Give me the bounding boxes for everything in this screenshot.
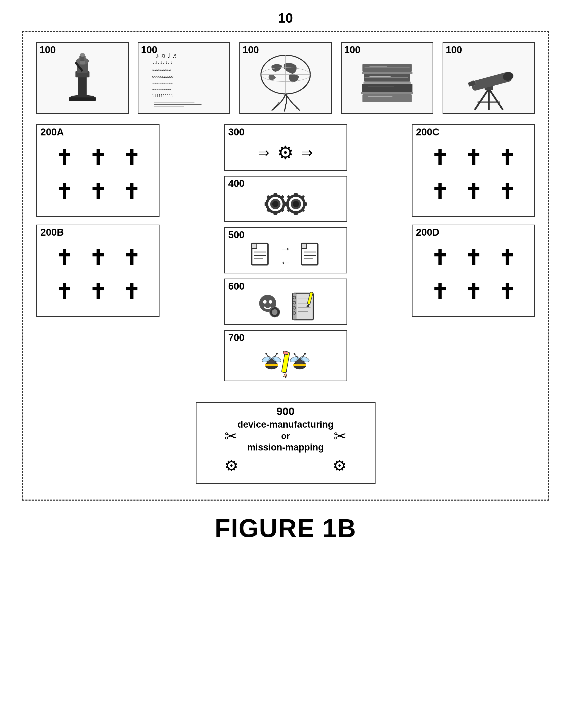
- svg-rect-68: [305, 202, 307, 206]
- bottom-section: 900 ✂ device-manufacturing or mission-ma…: [36, 402, 535, 484]
- svg-rect-67: [285, 202, 287, 206]
- svg-rect-127: [283, 351, 288, 354]
- svg-point-53: [272, 201, 278, 207]
- svg-point-121: [293, 353, 295, 354]
- cross-icon-16: ✝: [431, 180, 448, 204]
- svg-line-41: [475, 89, 489, 110]
- sensor-cross-11: ✝: [84, 277, 112, 306]
- bee-pencil-icon: [234, 340, 337, 381]
- cross-icon-18: ✝: [498, 180, 516, 204]
- box-200D: 200D ✝ ✝ ✝ ✝ ✝ ✝: [412, 225, 535, 317]
- arrows-500: → ←: [280, 242, 291, 269]
- svg-text:≈≈≈≈≈≈≈≈≈: ≈≈≈≈≈≈≈≈≈: [152, 81, 174, 86]
- sensor-grid-200A: ✝ ✝ ✝ ✝ ✝ ✝: [42, 130, 153, 211]
- right-column: 200C ✝ ✝ ✝ ✝ ✝ ✝ 200D ✝ ✝ ✝ ✝ ✝: [412, 124, 535, 317]
- svg-text:≋≋≋≋≋≋≋≋: ≋≋≋≋≋≋≋≋: [152, 68, 171, 72]
- box-500: 500 → ←: [224, 227, 347, 274]
- cross-icon-5: ✝: [89, 180, 106, 204]
- svg-point-112: [265, 353, 267, 354]
- cross-icon-8: ✝: [89, 246, 106, 270]
- left-arrow-icon: ←: [280, 256, 291, 269]
- cross-icon-4: ✝: [55, 180, 73, 204]
- label-100-2: 100: [141, 44, 157, 56]
- cross-icon-1: ✝: [55, 146, 73, 170]
- box-300-content: ⇒ ⚙ ⇒: [230, 131, 341, 164]
- box-400-label: 400: [228, 178, 244, 189]
- arrow-in-icon: ⇒: [258, 145, 269, 161]
- svg-rect-33: [362, 94, 412, 102]
- sensor-cross-5: ✝: [84, 177, 112, 206]
- cross-icon-24: ✝: [498, 280, 516, 304]
- sensor-cross-3: ✝: [117, 143, 146, 172]
- svg-text:llllllllll: llllllllll: [152, 94, 174, 98]
- svg-rect-90: [273, 307, 275, 309]
- cross-icon-6: ✝: [123, 180, 140, 204]
- cross-icon-17: ✝: [465, 180, 482, 204]
- svg-rect-29: [364, 74, 410, 82]
- main-diagram-container: 100 100: [22, 31, 549, 501]
- svg-text:♪ ♫ ♩ ♬: ♪ ♫ ♩ ♬: [156, 52, 177, 59]
- gear-ball-right-icon: ⚙: [333, 457, 346, 475]
- svg-point-114: [276, 353, 278, 354]
- label-100-4: 100: [344, 44, 360, 56]
- box-600: 600: [224, 279, 347, 325]
- arrow-out-icon: ⇒: [302, 145, 313, 161]
- cross-icon-7: ✝: [55, 246, 73, 270]
- sensor-cross-17: ✝: [459, 177, 487, 206]
- svg-rect-30: [363, 82, 411, 84]
- goggles-icon: [239, 189, 332, 219]
- cross-icon-13: ✝: [431, 146, 448, 170]
- sensor-cross-8: ✝: [84, 243, 112, 272]
- box-200C-label: 200C: [416, 127, 440, 138]
- sensor-cross-9: ✝: [117, 243, 146, 272]
- svg-rect-54: [264, 202, 267, 206]
- cross-icon-20: ✝: [465, 246, 482, 270]
- svg-rect-56: [273, 193, 277, 195]
- box-900-text: device-manufacturing or mission-mapping: [237, 419, 333, 453]
- sensor-cross-10: ✝: [50, 277, 78, 306]
- box-200B-label: 200B: [40, 227, 64, 238]
- svg-rect-9: [69, 97, 96, 101]
- box-400-content: [230, 178, 341, 219]
- box-100-microscope: 100: [36, 42, 129, 114]
- svg-point-123: [304, 353, 306, 354]
- right-arrow-icon: →: [280, 242, 291, 255]
- box-700: 700: [224, 330, 347, 381]
- device-manufacturing-text: device-manufacturing: [237, 419, 333, 430]
- mission-mapping-text: mission-mapping: [247, 442, 324, 453]
- box-100-world: 100: [239, 42, 332, 114]
- svg-rect-28: [362, 72, 412, 74]
- cross-icon-15: ✝: [498, 146, 516, 170]
- svg-point-86: [263, 300, 267, 304]
- label-100-5: 100: [446, 44, 462, 56]
- svg-rect-1: [78, 75, 87, 96]
- box-900-bottom-row: ⚙ ⚙: [225, 457, 346, 475]
- box-600-content: [230, 281, 341, 322]
- svg-rect-70: [294, 213, 298, 215]
- box-300: 300 ⇒ ⚙ ⇒: [224, 124, 347, 171]
- cross-icon-19: ✝: [431, 246, 448, 270]
- sensor-grid-200C: ✝ ✝ ✝ ✝ ✝ ✝: [418, 130, 529, 211]
- box-900-label: 900: [276, 405, 295, 418]
- box-100-waves: 100 ♩♩♩♩♩♩♩♩ ≋≋≋≋≋≋≋≋ wwwwwwwwww ≈≈≈≈≈≈≈…: [138, 42, 230, 114]
- scissors-right-icon: ✂: [334, 427, 346, 445]
- label-100-1: 100: [39, 44, 56, 56]
- sensor-cross-16: ✝: [425, 177, 454, 206]
- notebook-icon: [290, 291, 318, 322]
- box-700-content: [230, 330, 341, 381]
- sensor-cross-1: ✝: [50, 143, 78, 172]
- doc-right-icon: [299, 242, 322, 268]
- box-900-top-row: ✂ device-manufacturing or mission-mappin…: [225, 419, 346, 453]
- svg-text:~~~~~~~~~: ~~~~~~~~~: [152, 87, 171, 92]
- box-300-label: 300: [228, 127, 244, 138]
- sensor-cross-20: ✝: [459, 243, 487, 272]
- top-row: 100 100: [36, 42, 535, 114]
- cross-icon-9: ✝: [123, 246, 140, 270]
- svg-rect-93: [277, 311, 279, 313]
- svg-rect-110: [265, 365, 278, 366]
- left-column: 200A ✝ ✝ ✝ ✝ ✝ ✝ 200B ✝ ✝ ✝ ✝ ✝: [36, 124, 159, 317]
- box-700-label: 700: [228, 332, 244, 343]
- page-number: 10: [278, 10, 293, 26]
- box-900: 900 ✂ device-manufacturing or mission-ma…: [196, 402, 375, 484]
- cross-icon-3: ✝: [123, 146, 140, 170]
